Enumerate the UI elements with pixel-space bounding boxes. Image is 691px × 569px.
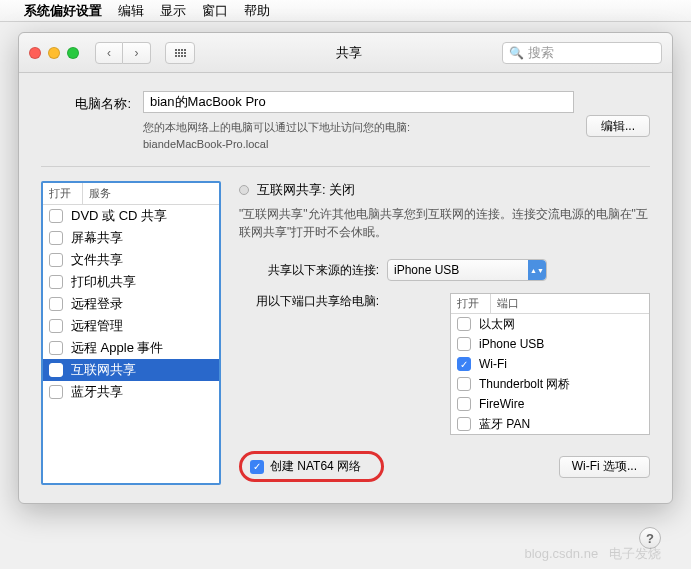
port-checkbox[interactable] <box>457 417 471 431</box>
service-row[interactable]: 文件共享 <box>43 249 219 271</box>
share-to-label: 用以下端口共享给电脑: <box>239 293 379 310</box>
port-row[interactable]: 蓝牙 PAN <box>451 414 649 434</box>
port-row[interactable]: ✓Wi-Fi <box>451 354 649 374</box>
service-row[interactable]: DVD 或 CD 共享 <box>43 205 219 227</box>
service-list[interactable]: 打开 服务 DVD 或 CD 共享 屏幕共享 文件共享 打印机共享 远程登录 远… <box>41 181 221 485</box>
service-checkbox[interactable] <box>49 209 63 223</box>
service-row[interactable]: 远程管理 <box>43 315 219 337</box>
port-list[interactable]: 打开 端口 以太网 iPhone USB ✓Wi-Fi Thunderbolt … <box>450 293 650 435</box>
search-field[interactable]: 🔍 搜索 <box>502 42 662 64</box>
port-row[interactable]: FireWire <box>451 394 649 414</box>
service-checkbox[interactable] <box>49 275 63 289</box>
chevron-updown-icon: ▲▼ <box>528 260 546 280</box>
minimize-button[interactable] <box>48 47 60 59</box>
forward-button[interactable]: › <box>123 42 151 64</box>
edit-hostname-button[interactable]: 编辑... <box>586 115 650 137</box>
status-indicator-icon <box>239 185 249 195</box>
port-checkbox[interactable] <box>457 377 471 391</box>
detail-pane: 互联网共享: 关闭 "互联网共享"允许其他电脑共享您到互联网的连接。连接交流电源… <box>239 181 650 485</box>
port-checkbox[interactable]: ✓ <box>457 357 471 371</box>
service-checkbox[interactable] <box>49 231 63 245</box>
port-row[interactable]: Thunderbolt 网桥 <box>451 374 649 394</box>
service-checkbox[interactable] <box>49 253 63 267</box>
menu-window[interactable]: 窗口 <box>202 2 228 20</box>
zoom-button[interactable] <box>67 47 79 59</box>
divider <box>41 166 650 167</box>
menu-help[interactable]: 帮助 <box>244 2 270 20</box>
close-button[interactable] <box>29 47 41 59</box>
menubar: 系统偏好设置 编辑 显示 窗口 帮助 <box>0 0 691 22</box>
titlebar: ‹ › 共享 🔍 搜索 <box>19 33 672 73</box>
port-checkbox[interactable] <box>457 337 471 351</box>
computer-name-desc: 您的本地网络上的电脑可以通过以下地址访问您的电脑: biandeMacBook-… <box>143 119 574 152</box>
computer-name-label: 电脑名称: <box>41 91 131 113</box>
service-row[interactable]: 蓝牙共享 <box>43 381 219 403</box>
prefs-window: ‹ › 共享 🔍 搜索 电脑名称: 您的本地网络上的电脑可以通过以下地址访问您的… <box>18 32 673 504</box>
grid-icon <box>175 49 186 57</box>
nat64-highlight: ✓ 创建 NAT64 网络 <box>239 451 384 482</box>
service-checkbox[interactable] <box>49 319 63 333</box>
share-from-select[interactable]: iPhone USB ▲▼ <box>387 259 547 281</box>
service-row-internet-sharing[interactable]: 互联网共享 <box>43 359 219 381</box>
show-all-button[interactable] <box>165 42 195 64</box>
service-checkbox[interactable] <box>49 385 63 399</box>
nat64-checkbox[interactable]: ✓ <box>250 460 264 474</box>
port-checkbox[interactable] <box>457 397 471 411</box>
port-row[interactable]: iPhone USB <box>451 334 649 354</box>
back-button[interactable]: ‹ <box>95 42 123 64</box>
nav-buttons: ‹ › <box>95 42 151 64</box>
wifi-options-button[interactable]: Wi-Fi 选项... <box>559 456 650 478</box>
service-list-header: 打开 服务 <box>43 183 219 205</box>
menu-view[interactable]: 显示 <box>160 2 186 20</box>
port-row[interactable]: 以太网 <box>451 314 649 334</box>
port-checkbox[interactable] <box>457 317 471 331</box>
service-row[interactable]: 打印机共享 <box>43 271 219 293</box>
window-title: 共享 <box>203 44 494 62</box>
service-row[interactable]: 远程登录 <box>43 293 219 315</box>
main-area: 打开 服务 DVD 或 CD 共享 屏幕共享 文件共享 打印机共享 远程登录 远… <box>41 181 650 485</box>
service-checkbox[interactable] <box>49 297 63 311</box>
computer-name-input[interactable] <box>143 91 574 113</box>
menu-edit[interactable]: 编辑 <box>118 2 144 20</box>
computer-name-row: 电脑名称: 您的本地网络上的电脑可以通过以下地址访问您的电脑: biandeMa… <box>41 91 650 152</box>
app-menu[interactable]: 系统偏好设置 <box>24 2 102 20</box>
content: 电脑名称: 您的本地网络上的电脑可以通过以下地址访问您的电脑: biandeMa… <box>19 73 672 503</box>
service-checkbox[interactable] <box>49 341 63 355</box>
traffic-lights <box>29 47 79 59</box>
nat64-label: 创建 NAT64 网络 <box>270 458 361 475</box>
service-checkbox[interactable] <box>49 363 63 377</box>
service-row[interactable]: 远程 Apple 事件 <box>43 337 219 359</box>
watermark: blog.csdn.ne 电子发烧 <box>524 545 661 563</box>
service-row[interactable]: 屏幕共享 <box>43 227 219 249</box>
share-from-label: 共享以下来源的连接: <box>239 262 379 279</box>
detail-title: 互联网共享: 关闭 <box>257 181 355 199</box>
search-icon: 🔍 <box>509 46 524 60</box>
detail-description: "互联网共享"允许其他电脑共享您到互联网的连接。连接交流电源的电脑在"互联网共享… <box>239 205 650 241</box>
search-placeholder: 搜索 <box>528 44 554 62</box>
